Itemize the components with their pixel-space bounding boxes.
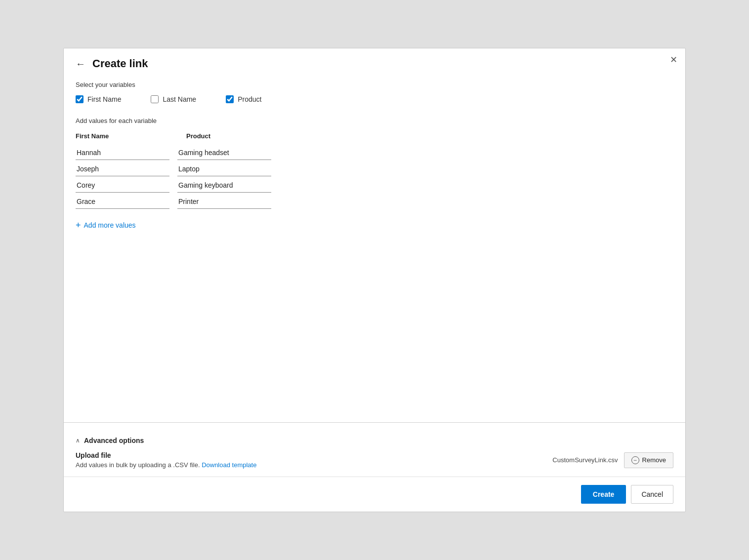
first-name-input-2[interactable] [76,162,169,176]
cancel-button[interactable]: Cancel [631,485,673,504]
col-header-first-name: First Name [76,132,174,144]
checkbox-last-name-input[interactable] [151,95,159,103]
remove-icon: − [631,456,639,464]
dialog-header: ← Create link ✕ [64,48,685,76]
add-more-values-button[interactable]: + Add more values [76,215,136,236]
checkbox-product-input[interactable] [226,95,234,103]
first-name-input-3[interactable] [76,178,169,193]
product-input-1[interactable] [177,146,271,160]
add-values-title: Add values for each variable [76,117,673,124]
product-input-3[interactable] [177,178,271,193]
upload-description: Add values in bulk by uploading a .CSV f… [76,461,256,469]
variables-row: First Name Last Name Product [76,95,673,103]
create-link-dialog: ← Create link ✕ Select your variables Fi… [63,48,686,512]
add-values-section: Add values for each variable First Name … [76,117,673,236]
checkbox-first-name-label: First Name [87,95,121,103]
upload-file-label: Upload file [76,451,256,459]
upload-right: CustomSurveyLink.csv − Remove [552,452,673,468]
add-more-plus-icon: + [76,221,81,230]
checkbox-first-name-input[interactable] [76,95,83,103]
checkbox-product[interactable]: Product [226,95,261,103]
download-template-link[interactable]: Download template [202,461,256,469]
variables-section-label: Select your variables [76,81,673,88]
value-rows [76,146,673,211]
upload-row: Upload file Add values in bulk by upload… [76,451,673,469]
table-row [76,146,673,160]
checkbox-product-label: Product [238,95,261,103]
advanced-options-section: ∧ Advanced options Upload file Add value… [64,429,685,477]
dialog-footer: Create Cancel [64,477,685,512]
advanced-options-header[interactable]: ∧ Advanced options [76,437,673,444]
col-header-product: Product [186,132,285,144]
uploaded-file-name: CustomSurveyLink.csv [552,456,618,464]
first-name-input-1[interactable] [76,146,169,160]
table-row [76,195,673,209]
first-name-input-4[interactable] [76,195,169,209]
dialog-body: Select your variables First Name Last Na… [64,76,685,416]
checkbox-last-name-label: Last Name [163,95,196,103]
advanced-options-title: Advanced options [84,437,144,444]
upload-text-block: Upload file Add values in bulk by upload… [76,451,256,469]
table-row [76,162,673,176]
back-button[interactable]: ← [74,59,87,69]
dialog-title: Create link [92,57,148,70]
checkbox-last-name[interactable]: Last Name [151,95,196,103]
product-input-2[interactable] [177,162,271,176]
add-more-label: Add more values [84,221,136,229]
remove-label: Remove [642,456,666,464]
checkbox-first-name[interactable]: First Name [76,95,121,103]
product-input-4[interactable] [177,195,271,209]
create-button[interactable]: Create [581,485,626,504]
columns-header-row: First Name Product [76,132,673,144]
remove-file-button[interactable]: − Remove [624,452,673,468]
chevron-up-icon: ∧ [76,437,80,444]
table-row [76,178,673,193]
close-button[interactable]: ✕ [670,55,677,64]
